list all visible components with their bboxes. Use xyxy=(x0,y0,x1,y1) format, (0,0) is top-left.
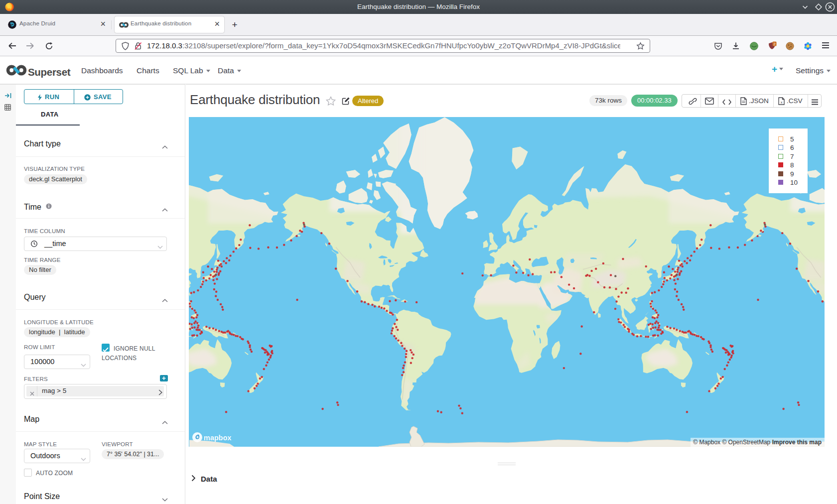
svg-text:2: 2 xyxy=(773,42,776,46)
svg-text:mapbox: mapbox xyxy=(204,434,232,442)
svg-text:x: x xyxy=(781,100,783,105)
